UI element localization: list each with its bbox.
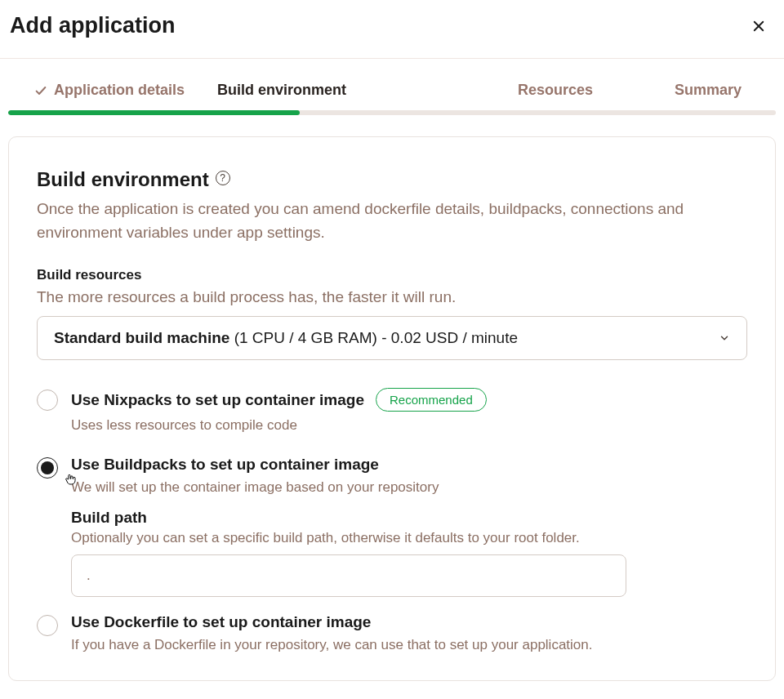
build-path-title: Build path bbox=[71, 509, 747, 527]
section-description: Once the application is created you can … bbox=[37, 198, 747, 244]
option-nixpacks[interactable]: Use Nixpacks to set up container image R… bbox=[37, 388, 747, 436]
step-build-environment[interactable]: Build environment bbox=[217, 82, 379, 99]
step-label: Resources bbox=[518, 82, 593, 99]
build-path-description: Optionally you can set a specific build … bbox=[71, 530, 747, 546]
radio-dot bbox=[41, 461, 54, 474]
step-summary[interactable]: Summary bbox=[675, 82, 776, 99]
build-machine-selected: Standard build machine (1 CPU / 4 GB RAM… bbox=[54, 329, 518, 347]
build-machine-select[interactable]: Standard build machine (1 CPU / 4 GB RAM… bbox=[37, 316, 747, 360]
modal-header: Add application bbox=[0, 0, 784, 58]
build-path-input[interactable] bbox=[71, 554, 626, 597]
option-buildpacks-description: We will set up the container image based… bbox=[71, 477, 747, 498]
build-resources-description: The more resources a build process has, … bbox=[37, 288, 747, 306]
chevron-down-icon bbox=[719, 332, 730, 344]
option-buildpacks-title: Use Buildpacks to set up container image bbox=[71, 456, 379, 474]
option-nixpacks-title: Use Nixpacks to set up container image bbox=[71, 391, 364, 409]
radio-nixpacks[interactable] bbox=[37, 390, 58, 411]
build-environment-card: Build environment ? Once the application… bbox=[8, 136, 776, 681]
step-label: Build environment bbox=[217, 82, 346, 99]
option-nixpacks-description: Uses less resources to compile code bbox=[71, 415, 747, 436]
recommended-badge: Recommended bbox=[376, 388, 487, 412]
modal-title: Add application bbox=[10, 13, 176, 38]
section-title: Build environment bbox=[37, 168, 209, 191]
help-icon[interactable]: ? bbox=[216, 171, 230, 185]
option-dockerfile-title: Use Dockerfile to set up container image bbox=[71, 613, 371, 631]
step-application-details[interactable]: Application details bbox=[8, 82, 217, 99]
stepper: Application details Build environment Re… bbox=[0, 59, 784, 115]
build-resources-label: Build resources bbox=[37, 267, 747, 283]
option-dockerfile-description: If you have a Dockerfile in your reposit… bbox=[71, 634, 747, 656]
step-label: Summary bbox=[675, 82, 742, 99]
radio-dockerfile[interactable] bbox=[37, 615, 58, 636]
progress-fill bbox=[8, 110, 300, 115]
step-resources[interactable]: Resources bbox=[518, 82, 675, 99]
step-label: Application details bbox=[54, 82, 185, 99]
check-icon bbox=[34, 84, 47, 97]
close-icon bbox=[751, 19, 766, 33]
close-button[interactable] bbox=[748, 16, 769, 37]
option-dockerfile[interactable]: Use Dockerfile to set up container image… bbox=[37, 613, 747, 656]
progress-bar bbox=[8, 110, 776, 115]
option-buildpacks[interactable]: Use Buildpacks to set up container image… bbox=[37, 456, 747, 598]
radio-buildpacks[interactable] bbox=[37, 457, 58, 479]
